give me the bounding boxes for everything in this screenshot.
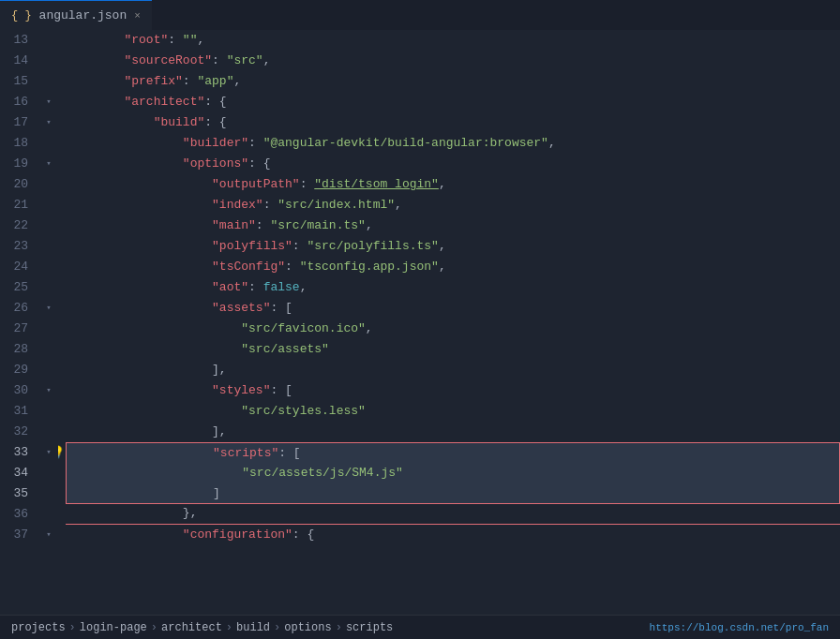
token: "aot" xyxy=(212,277,248,298)
token: ], xyxy=(212,360,227,380)
breadcrumb-item-projects[interactable]: projects xyxy=(11,621,66,634)
token: "architect" xyxy=(124,92,204,112)
token xyxy=(67,443,213,464)
token: , xyxy=(439,174,446,195)
token xyxy=(66,298,212,319)
token: , xyxy=(366,215,373,236)
token: "src/polyfills.ts" xyxy=(307,236,438,257)
fold-arrow xyxy=(39,401,58,422)
token: "sourceRoot" xyxy=(124,51,212,71)
token: "src/assets/js/SM4.js" xyxy=(242,463,403,483)
breadcrumb-item-scripts[interactable]: scripts xyxy=(346,621,393,634)
token xyxy=(66,257,212,277)
token: : [ xyxy=(278,443,300,464)
code-lines: "root": "", "sourceRoot": "src", "prefix… xyxy=(58,30,840,615)
fold-arrow xyxy=(39,195,58,215)
token: "src" xyxy=(227,51,263,71)
token: : xyxy=(292,236,308,257)
token: : xyxy=(183,71,198,92)
line-number: 20 xyxy=(8,174,28,195)
fold-arrow xyxy=(39,133,58,154)
fold-arrow[interactable]: ▾ xyxy=(39,380,58,401)
token xyxy=(66,92,124,112)
fold-arrow xyxy=(39,236,58,257)
breadcrumb-bar: projects › login-page › architect › buil… xyxy=(0,615,840,639)
token xyxy=(66,195,212,215)
token: "" xyxy=(183,30,198,51)
token xyxy=(66,339,241,360)
token: "src/main.ts" xyxy=(270,215,365,236)
fold-arrow[interactable]: ▾ xyxy=(39,92,58,112)
status-url: https://blog.csdn.net/pro_fan xyxy=(650,622,829,633)
token: "index" xyxy=(212,195,263,215)
token xyxy=(66,525,183,545)
line-number: 35 xyxy=(8,483,28,504)
fold-arrow xyxy=(39,339,58,360)
breadcrumb-item-architect[interactable]: architect xyxy=(161,621,222,634)
line-number: 13 xyxy=(8,30,28,51)
line-number: 27 xyxy=(8,319,28,339)
token: "outputPath" xyxy=(212,174,300,195)
code-line: ], xyxy=(66,422,840,442)
line-number: 28 xyxy=(8,339,28,360)
token: : xyxy=(263,195,278,215)
breadcrumb-item-build[interactable]: build xyxy=(236,621,270,634)
line-numbers: 1314151617181920212223242526272829303132… xyxy=(0,30,39,615)
fold-arrow xyxy=(39,319,58,339)
token xyxy=(66,30,124,51)
token xyxy=(66,422,212,442)
breadcrumb: projects › login-page › architect › buil… xyxy=(11,621,393,634)
fold-arrow[interactable]: ▾ xyxy=(39,442,58,463)
json-icon: { } xyxy=(11,9,32,22)
code-line: "options": { xyxy=(66,154,840,174)
fold-gutter: ▾▾▾▾▾▾▾ xyxy=(39,30,58,615)
token: , xyxy=(233,71,241,92)
token: "root" xyxy=(124,30,168,51)
fold-arrow[interactable]: ▾ xyxy=(39,525,58,545)
token: "src/assets" xyxy=(241,339,329,360)
fold-arrow xyxy=(39,51,58,71)
code-line: "src/styles.less" xyxy=(66,401,840,422)
line-number: 18 xyxy=(8,133,28,154)
code-line: "tsConfig": "tsconfig.app.json", xyxy=(66,257,840,277)
token: : xyxy=(285,257,300,277)
token: "scripts" xyxy=(213,443,278,464)
tab-bar: { } angular.json × xyxy=(0,0,840,30)
breadcrumb-item-login-page[interactable]: login-page xyxy=(80,621,147,634)
line-number: 32 xyxy=(8,422,28,442)
code-line: "src/assets/js/SM4.js" xyxy=(66,463,840,483)
token xyxy=(66,154,183,174)
token: "builder" xyxy=(183,133,248,154)
token: "dist/tsom_login" xyxy=(314,174,439,195)
fold-arrow[interactable]: ▾ xyxy=(39,154,58,174)
line-number: 16 xyxy=(8,92,28,112)
token: : { xyxy=(204,92,226,112)
token: , xyxy=(263,51,271,71)
breadcrumb-item-options[interactable]: options xyxy=(284,621,331,634)
token: : xyxy=(300,174,315,195)
fold-arrow xyxy=(39,277,58,298)
token: , xyxy=(439,257,446,277)
code-line: ] xyxy=(66,483,840,504)
close-icon[interactable]: × xyxy=(134,10,141,22)
code-line: ], xyxy=(66,360,840,380)
token: : xyxy=(248,133,263,154)
line-number: 19 xyxy=(8,154,28,174)
tab-angular-json[interactable]: { } angular.json × xyxy=(0,0,152,30)
fold-arrow xyxy=(39,174,58,195)
token xyxy=(66,319,241,339)
token: false xyxy=(263,277,300,298)
code-line: "index": "src/index.html", xyxy=(66,195,840,215)
line-number: 17 xyxy=(8,112,28,133)
token: , xyxy=(548,133,556,154)
token: : xyxy=(168,30,183,51)
lightbulb-icon[interactable]: 💡 xyxy=(58,443,65,464)
token: "tsConfig" xyxy=(212,257,285,277)
token xyxy=(66,215,212,236)
code-line: "styles": [ xyxy=(66,380,840,401)
line-number: 25 xyxy=(8,277,28,298)
token xyxy=(66,174,212,195)
token xyxy=(67,463,242,483)
fold-arrow[interactable]: ▾ xyxy=(39,112,58,133)
fold-arrow[interactable]: ▾ xyxy=(39,298,58,319)
